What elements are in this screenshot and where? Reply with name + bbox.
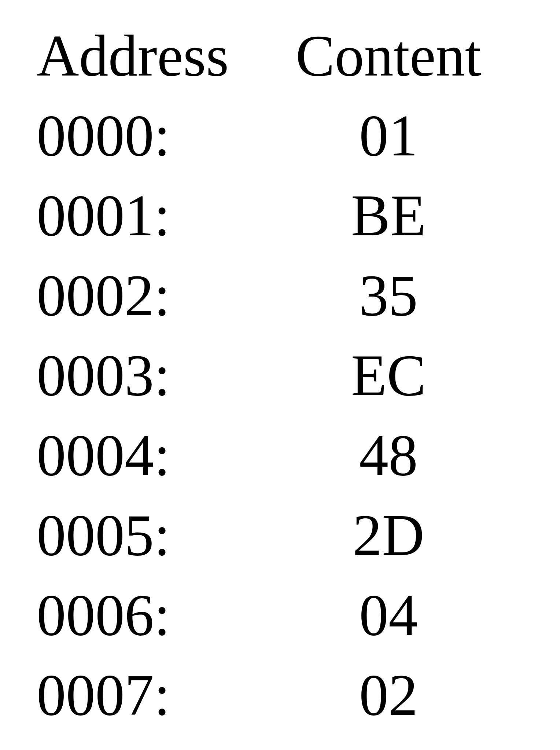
content-cell: 02 (271, 661, 506, 729)
column-header-address: Address (37, 22, 271, 89)
address-cell: 0001: (37, 182, 271, 249)
column-header-content: Content (271, 22, 506, 89)
address-cell: 0003: (37, 342, 271, 409)
address-cell: 0000: (37, 102, 271, 169)
content-cell: 35 (271, 262, 506, 329)
memory-table-page: Address Content 0000: 01 0001: BE 0002: … (0, 0, 560, 729)
content-cell: BE (271, 182, 506, 249)
content-cell: 48 (271, 422, 506, 489)
memory-table: Address Content 0000: 01 0001: BE 0002: … (37, 22, 531, 729)
address-cell: 0004: (37, 422, 271, 489)
content-cell: EC (271, 342, 506, 409)
content-cell: 01 (271, 102, 506, 169)
content-cell: 2D (271, 501, 506, 569)
content-cell: 04 (271, 581, 506, 649)
address-cell: 0006: (37, 581, 271, 649)
address-cell: 0005: (37, 501, 271, 569)
address-cell: 0007: (37, 661, 271, 729)
address-cell: 0002: (37, 262, 271, 329)
